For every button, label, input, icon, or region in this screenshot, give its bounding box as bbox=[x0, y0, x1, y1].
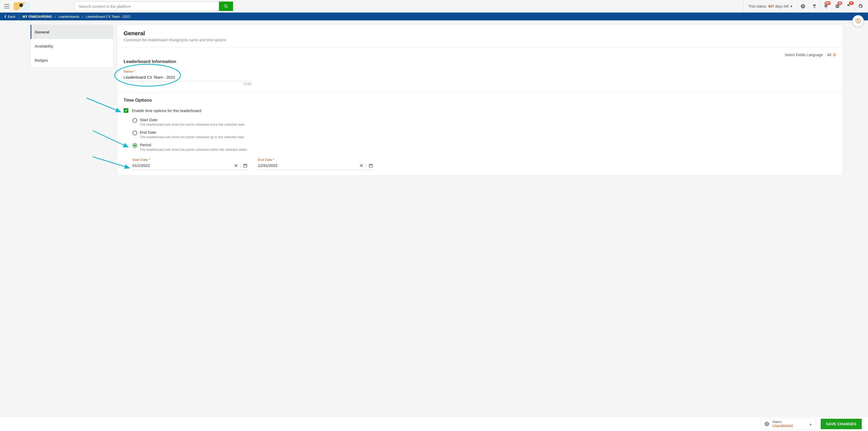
globe-icon bbox=[833, 53, 836, 57]
chevron-right-icon: › bbox=[82, 14, 84, 19]
radio-end-label: End Date bbox=[140, 130, 244, 134]
app-logo[interactable] bbox=[13, 2, 30, 10]
crumb-current: Leaderboard CX Team - 2022 bbox=[84, 14, 132, 19]
crumb-leaderboards[interactable]: Leaderboards bbox=[56, 14, 81, 19]
start-date-label: Start Date * bbox=[132, 158, 247, 162]
chat-badge: 66 bbox=[837, 1, 842, 5]
search-input[interactable] bbox=[75, 2, 219, 11]
gear-icon[interactable] bbox=[855, 0, 866, 12]
check-icon bbox=[124, 109, 127, 112]
radio-period-desc: The leaderboard will show the points obt… bbox=[140, 148, 247, 152]
play-icon bbox=[855, 18, 861, 24]
name-input[interactable] bbox=[124, 74, 251, 81]
radio-start-desc: The leaderboard will show the points obt… bbox=[140, 123, 245, 126]
side-nav: General Availability Badges bbox=[30, 25, 114, 67]
svg-point-6 bbox=[838, 6, 838, 6]
clear-end-date-icon[interactable] bbox=[360, 164, 363, 167]
radio-end-date[interactable]: End Date The leaderboard will show the p… bbox=[132, 130, 836, 139]
separator bbox=[240, 163, 241, 168]
end-date-label: End Date * bbox=[258, 158, 373, 162]
svg-rect-9 bbox=[244, 164, 247, 167]
heading-time-options: Time Options bbox=[124, 98, 836, 103]
fields-language-value: All bbox=[827, 53, 831, 57]
hamburger-menu[interactable] bbox=[2, 2, 11, 11]
radio-end-desc: The leaderboard will show the points obt… bbox=[140, 135, 244, 139]
radio-start-label: Start Date bbox=[140, 118, 245, 122]
bell-badge: 99+ bbox=[825, 1, 831, 5]
svg-rect-10 bbox=[369, 164, 372, 167]
start-date-input[interactable] bbox=[132, 162, 234, 169]
back-button[interactable]: Back bbox=[3, 12, 19, 20]
radio-icon bbox=[132, 143, 137, 148]
main-panel: General Customize the leaderboard changi… bbox=[117, 25, 843, 176]
radio-icon bbox=[132, 131, 137, 135]
name-counter: 27/50 bbox=[124, 82, 251, 86]
section-heading-general: General bbox=[124, 30, 836, 37]
bell-icon[interactable]: 99+ bbox=[820, 0, 831, 12]
radio-start-date[interactable]: Start Date The leaderboard will show the… bbox=[132, 118, 836, 126]
search-icon bbox=[223, 4, 229, 9]
search-button[interactable] bbox=[219, 2, 233, 11]
radio-icon bbox=[132, 118, 137, 123]
trial-suffix: days left bbox=[775, 4, 789, 8]
help-icon[interactable]: ? bbox=[797, 0, 808, 12]
fields-language-selector[interactable]: Select Fields Language All bbox=[124, 53, 836, 57]
trial-status[interactable]: Trial status: 407 days left ▾ bbox=[743, 0, 797, 12]
calendar-start-icon[interactable] bbox=[243, 163, 247, 168]
side-tab-availability[interactable]: Availability bbox=[31, 39, 113, 53]
end-date-input[interactable] bbox=[258, 162, 360, 169]
trial-days: 407 bbox=[768, 4, 774, 8]
enable-time-checkbox[interactable] bbox=[124, 108, 128, 113]
flag-icon[interactable]: 6 bbox=[843, 0, 855, 12]
crumb-root[interactable]: MY ONBOARDING bbox=[20, 14, 54, 19]
side-tab-general[interactable]: General bbox=[31, 25, 113, 39]
flag-badge: 6 bbox=[849, 1, 854, 5]
chat-icon[interactable]: 66 bbox=[831, 0, 843, 12]
caret-down-icon: ▾ bbox=[790, 4, 792, 8]
trial-prefix: Trial status: bbox=[748, 4, 767, 8]
enable-time-label: Enable time options for this leaderboard bbox=[132, 109, 201, 113]
fields-language-label: Select Fields Language bbox=[785, 53, 823, 57]
clear-start-date-icon[interactable] bbox=[234, 164, 238, 167]
svg-text:?: ? bbox=[802, 4, 804, 8]
calendar-end-icon[interactable] bbox=[369, 163, 373, 168]
section-sub-general: Customize the leaderboard changing its n… bbox=[124, 38, 836, 42]
chevron-left-icon bbox=[4, 15, 7, 18]
heading-leaderboard-info: Leaderboard Information bbox=[124, 59, 836, 64]
chevron-right-icon: › bbox=[54, 14, 56, 19]
side-tab-badges[interactable]: Badges bbox=[31, 53, 113, 67]
radio-period-label: Period bbox=[140, 143, 247, 147]
trophy-icon[interactable] bbox=[808, 0, 820, 12]
svg-point-0 bbox=[224, 4, 227, 7]
svg-point-5 bbox=[837, 6, 837, 6]
svg-point-4 bbox=[836, 6, 837, 6]
back-label: Back bbox=[8, 14, 16, 19]
name-label: Name * bbox=[124, 69, 836, 73]
radio-period[interactable]: Period The leaderboard will show the poi… bbox=[132, 143, 836, 152]
play-help-button[interactable] bbox=[852, 15, 864, 27]
